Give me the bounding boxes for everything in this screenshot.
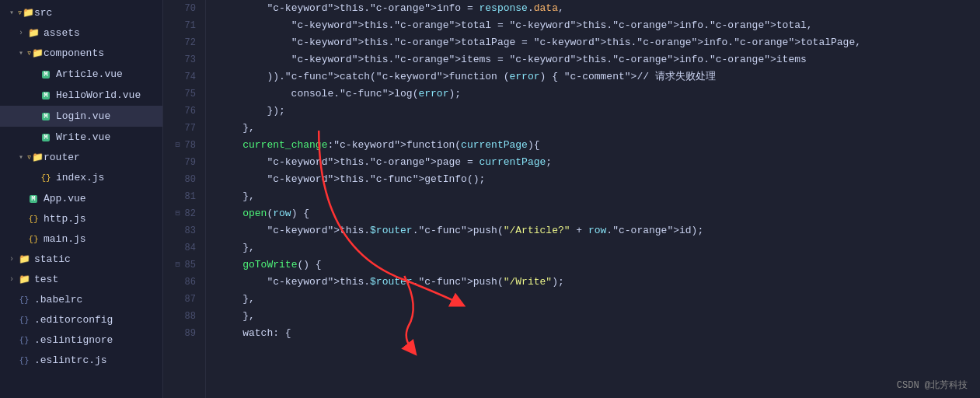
sidebar-item-assets[interactable]: 📁assets <box>0 23 162 44</box>
tree-item-label: HelloWorld.vue <box>56 87 141 104</box>
line-num-text: 70 <box>185 0 196 17</box>
tree-item-label: Write.vue <box>56 129 110 146</box>
code-line: watch: { <box>218 325 968 342</box>
tree-item-label: src <box>34 5 52 22</box>
vue-file-icon: M <box>39 107 53 125</box>
code-line: }, <box>218 120 968 137</box>
code-line: }, <box>218 291 968 308</box>
code-line: "c-keyword">this.$router."c-func">push("… <box>218 274 968 291</box>
line-number: 71 <box>173 17 196 34</box>
line-num-text: 73 <box>185 51 196 68</box>
code-line: }); <box>218 103 968 120</box>
vue-file-icon: M <box>39 65 53 83</box>
sidebar-item-helloworld-vue[interactable]: MHelloWorld.vue <box>0 85 162 106</box>
line-number: ⊟82 <box>173 205 196 222</box>
code-line: current_change:"c-keyword">function(curr… <box>218 137 968 154</box>
code-content: "c-keyword">this."c-orange">info = respo… <box>206 0 980 398</box>
sidebar-item-components[interactable]: ▿📁components <box>0 44 162 64</box>
file-explorer: ▿📁src📁assets▿📁componentsMArticle.vueMHel… <box>0 0 163 398</box>
tree-arrow <box>6 251 17 268</box>
code-line: "c-keyword">this.$router."c-func">push("… <box>218 222 968 239</box>
fold-indicator: ⊟ <box>174 205 182 222</box>
code-line: goToWrite() { <box>218 257 968 274</box>
line-num-text: 89 <box>185 325 196 342</box>
code-line: ))."c-func">catch("c-keyword">function (… <box>218 68 968 86</box>
fold-indicator: ⊟ <box>174 137 182 154</box>
sidebar-item-app-vue[interactable]: MApp.vue <box>0 188 162 209</box>
line-num-text: 71 <box>185 17 196 34</box>
line-num-text: 77 <box>185 120 196 137</box>
tree-item-label: main.js <box>44 231 86 248</box>
fold-indicator: ⊟ <box>174 257 182 274</box>
sidebar-item-eslintrc-js[interactable]: {}.eslintrc.js <box>0 351 162 371</box>
tree-arrow <box>16 45 26 62</box>
line-number: 84 <box>173 239 196 257</box>
code-line: "c-keyword">this."c-orange">total = "c-k… <box>218 17 968 34</box>
sidebar-item-src[interactable]: ▿📁src <box>0 3 162 23</box>
line-num-text: 82 <box>185 205 196 222</box>
code-line: }, <box>218 239 968 257</box>
code-line: "c-keyword">this."c-orange">totalPage = … <box>218 34 968 51</box>
line-num-text: 86 <box>185 274 196 291</box>
sidebar-item-babelrc[interactable]: {}.babelrc <box>0 290 162 310</box>
line-number: 88 <box>173 308 196 325</box>
sidebar-item-test[interactable]: 📁test <box>0 270 162 290</box>
line-number: ⊟85 <box>173 257 196 274</box>
tree-item-label: .eslintignore <box>34 332 113 349</box>
line-num-text: 81 <box>185 188 196 205</box>
tree-item-label: .editorconfig <box>34 312 113 329</box>
sidebar-item-article-vue[interactable]: MArticle.vue <box>0 64 162 85</box>
code-line: open(row) { <box>218 205 968 222</box>
line-number: 75 <box>173 86 196 103</box>
tree-item-label: .babelrc <box>34 292 82 309</box>
sidebar-item-editorconfig[interactable]: {}.editorconfig <box>0 310 162 330</box>
line-number: 81 <box>173 188 196 205</box>
vue-file-icon: M <box>39 86 53 104</box>
folder-icon: ▿📁 <box>26 149 40 166</box>
folder-icon: ▿📁 <box>26 45 40 62</box>
sidebar-item-http-js[interactable]: {}http.js <box>0 209 162 229</box>
tree-item-label: App.vue <box>44 190 86 208</box>
line-number: ⊟78 <box>173 137 196 154</box>
line-num-text: 78 <box>185 137 196 154</box>
line-number: 89 <box>173 325 196 342</box>
line-numbers: 7071727374757677⊟78798081⊟828384⊟8586878… <box>163 0 206 398</box>
tree-item-label: index.js <box>56 169 104 187</box>
tree-arrow <box>16 149 26 166</box>
line-num-text: 72 <box>185 34 196 51</box>
tree-item-label: Login.vue <box>56 108 110 125</box>
line-number: 79 <box>173 154 196 171</box>
line-number: 86 <box>173 274 196 291</box>
line-number: 74 <box>173 68 196 86</box>
sidebar-item-login-vue[interactable]: MLogin.vue <box>0 106 162 127</box>
config-file-icon: {} <box>17 352 31 369</box>
code-line: "c-keyword">this."c-orange">items = "c-k… <box>218 51 968 68</box>
tree-arrow <box>6 271 17 288</box>
sidebar-item-static[interactable]: 📁static <box>0 250 162 270</box>
sidebar-item-main-js[interactable]: {}main.js <box>0 229 162 250</box>
tree-item-label: assets <box>44 25 80 42</box>
sidebar-item-write-vue[interactable]: MWrite.vue <box>0 127 162 148</box>
code-line: }, <box>218 308 968 325</box>
line-num-text: 80 <box>185 171 196 188</box>
tree-arrow <box>6 5 17 22</box>
sidebar-item-eslintignore[interactable]: {}.eslintignore <box>0 330 162 351</box>
line-num-text: 88 <box>185 308 196 325</box>
code-editor: 7071727374757677⊟78798081⊟828384⊟8586878… <box>163 0 980 398</box>
config-file-icon: {} <box>17 292 31 309</box>
line-num-text: 85 <box>185 257 196 274</box>
folder-icon: 📁 <box>26 25 40 42</box>
vue-file-icon: M <box>39 128 53 146</box>
sidebar-item-router[interactable]: ▿📁router <box>0 148 162 168</box>
watermark: CSDN @北芳科技 <box>897 379 968 392</box>
line-number: 70 <box>173 0 196 17</box>
sidebar-item-index-js[interactable]: {}index.js <box>0 168 162 188</box>
code-line: "c-keyword">this."c-orange">info = respo… <box>218 0 968 17</box>
line-num-text: 83 <box>185 222 196 239</box>
line-num-text: 79 <box>185 154 196 171</box>
line-number: 72 <box>173 34 196 51</box>
line-number: 87 <box>173 291 196 308</box>
js-file-icon: {} <box>26 231 40 248</box>
tree-arrow <box>16 25 26 42</box>
folder-icon: 📁 <box>17 251 31 268</box>
